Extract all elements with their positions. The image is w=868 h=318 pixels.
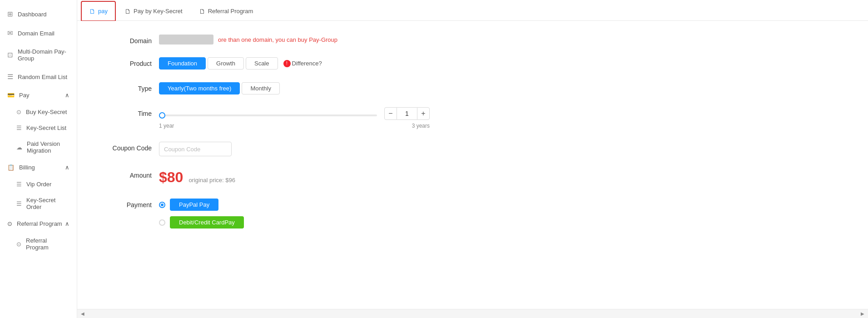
difference-icon: !: [283, 60, 291, 67]
time-row: Time − 1 +: [104, 107, 841, 129]
coupon-input[interactable]: [159, 142, 232, 156]
tab-key-label: Pay by Key-Secret: [134, 8, 183, 15]
coupon-label: Coupon Code: [104, 142, 159, 152]
scroll-right-arrow[interactable]: ▶: [859, 311, 866, 316]
product-row: Product Foundation Growth Scale ! Differ…: [104, 57, 841, 70]
difference-label: Difference?: [292, 60, 322, 67]
sidebar-item-random-email[interactable]: ☰ Random Email List: [0, 67, 77, 86]
sidebar-pay-label: Pay: [19, 92, 29, 99]
type-yearly-button[interactable]: Yearly(Two months free): [159, 82, 240, 94]
slider-track: [159, 114, 377, 116]
slider-controls: − 1 +: [159, 107, 430, 120]
payment-options: PayPal Pay Debit/Credit CardPay: [159, 199, 244, 229]
ref-icon: ⊙: [16, 241, 21, 248]
dashboard-icon: ⊞: [7, 10, 13, 18]
pay-icon: 💳: [7, 92, 15, 99]
product-group: Foundation Growth Scale ! Difference?: [159, 57, 322, 70]
sidebar-item-vip-order[interactable]: ☰ Vip Order: [0, 176, 77, 192]
grid-icon: ⊡: [7, 51, 13, 59]
scroll-bar-area: ◀ ▶: [77, 309, 868, 318]
payment-label: Payment: [104, 199, 159, 209]
type-monthly-button[interactable]: Monthly: [242, 82, 280, 94]
slider-section: − 1 + 1 year 3 years: [159, 107, 430, 129]
domain-bar: ore than one domain, you can buy Pay-Gro…: [159, 35, 337, 45]
main-area: 🗋 pay 🗋 Pay by Key-Secret 🗋 Referral Pro…: [77, 0, 868, 318]
tab-pay-label: pay: [98, 8, 108, 15]
sidebar-item-paid-version-migration[interactable]: ☁ Paid Version Migration: [0, 136, 77, 159]
type-label: Type: [104, 82, 159, 92]
key-icon: ⊙: [16, 109, 21, 115]
slider-thumb[interactable]: [159, 112, 165, 119]
sidebar: ⊞ Dashboard ✉ Domain Email ⊡ Multi-Domai…: [0, 0, 77, 318]
tab-pay-icon: 🗋: [89, 8, 95, 15]
domain-label: Domain: [104, 35, 159, 45]
amount-original: original price: $96: [188, 177, 235, 184]
domain-link-text[interactable]: ore than one domain, you can buy Pay-Gro…: [218, 36, 337, 43]
sidebar-item-label: Domain Email: [18, 30, 55, 37]
payment-option-debit: Debit/Credit CardPay: [159, 216, 244, 229]
product-foundation-button[interactable]: Foundation: [159, 57, 206, 70]
paypal-pay-button[interactable]: PayPal Pay: [170, 199, 218, 211]
sidebar-referral-label: Referral Program: [17, 220, 62, 227]
order-icon: ☰: [16, 200, 22, 207]
debit-card-pay-button[interactable]: Debit/Credit CardPay: [170, 216, 244, 229]
sidebar-item-key-secret-order[interactable]: ☰ Key-Secret Order: [0, 192, 77, 215]
payment-row: Payment PayPal Pay Debit/Credit CardPay: [104, 199, 841, 229]
amount-label: Amount: [104, 169, 159, 179]
sidebar-item-key-secret-list[interactable]: ☰ Key-Secret List: [0, 120, 77, 136]
counter-decrement-button[interactable]: −: [384, 107, 397, 120]
tab-pay[interactable]: 🗋 pay: [81, 1, 116, 21]
sidebar-item-label: Random Email List: [18, 74, 67, 80]
payment-option-paypal: PayPal Pay: [159, 199, 244, 211]
difference-link[interactable]: ! Difference?: [283, 60, 322, 67]
tab-pay-by-key-secret[interactable]: 🗋 Pay by Key-Secret: [117, 1, 190, 21]
domain-row: Domain ore than one domain, you can buy …: [104, 35, 841, 45]
product-scale-button[interactable]: Scale: [246, 57, 278, 70]
tab-referral-program[interactable]: 🗋 Referral Program: [191, 1, 261, 21]
amount-price: $80: [159, 169, 183, 186]
domain-placeholder-bar: [159, 35, 213, 45]
sidebar-item-buy-key-secret[interactable]: ⊙ Buy Key-Secret: [0, 104, 77, 120]
content-inner: Domain ore than one domain, you can buy …: [77, 21, 868, 255]
tab-key-icon: 🗋: [124, 8, 131, 15]
chevron-up-icon: ∧: [65, 92, 69, 99]
sidebar-billing-group[interactable]: 📋 Billing ∧: [0, 159, 77, 176]
product-label: Product: [104, 57, 159, 67]
email-icon: ✉: [7, 29, 13, 37]
scroll-left-arrow[interactable]: ◀: [79, 311, 86, 316]
chevron-up-icon3: ∧: [65, 220, 69, 227]
sidebar-sub-label: Key-Secret Order: [26, 197, 69, 210]
sidebar-billing-label: Billing: [19, 164, 35, 171]
slider-labels: 1 year 3 years: [159, 123, 430, 129]
type-row: Type Yearly(Two months free) Monthly: [104, 82, 841, 94]
sidebar-sub-label: Vip Order: [26, 181, 51, 188]
sidebar-item-referral-program[interactable]: ⊙ Referral Program: [0, 233, 77, 255]
tabs-bar: 🗋 pay 🗋 Pay by Key-Secret 🗋 Referral Pro…: [77, 0, 868, 21]
sidebar-sub-label: Paid Version Migration: [27, 140, 69, 154]
chevron-up-icon2: ∧: [65, 164, 69, 171]
sidebar-sub-label: Buy Key-Secret: [26, 109, 67, 115]
amount-values: $80 original price: $96: [159, 169, 235, 186]
debit-radio[interactable]: [159, 219, 165, 226]
tab-ref-label: Referral Program: [208, 8, 253, 15]
sidebar-item-domain-email[interactable]: ✉ Domain Email: [0, 24, 77, 43]
sidebar-pay-group[interactable]: 💳 Pay ∧: [0, 86, 77, 104]
sidebar-item-label: Multi-Domain Pay-Group: [18, 48, 69, 62]
cloud-icon: ☁: [16, 144, 22, 151]
billing-icon: 📋: [7, 164, 15, 171]
time-label: Time: [104, 107, 159, 117]
referral-icon: ⊙: [7, 220, 12, 227]
tab-ref-icon: 🗋: [199, 8, 205, 15]
slider-max-label: 3 years: [412, 123, 430, 129]
coupon-row: Coupon Code: [104, 142, 841, 156]
paypal-radio[interactable]: [159, 202, 165, 208]
type-group: Yearly(Two months free) Monthly: [159, 82, 280, 94]
product-growth-button[interactable]: Growth: [208, 57, 244, 70]
counter-increment-button[interactable]: +: [417, 107, 430, 120]
sidebar-item-multi-domain[interactable]: ⊡ Multi-Domain Pay-Group: [0, 43, 77, 67]
slider-track-wrap[interactable]: [159, 111, 377, 116]
sidebar-item-dashboard[interactable]: ⊞ Dashboard: [0, 5, 77, 24]
content-area: Domain ore than one domain, you can buy …: [77, 21, 868, 309]
sidebar-referral-group[interactable]: ⊙ Referral Program ∧: [0, 215, 77, 233]
sidebar-item-label: Dashboard: [18, 11, 47, 18]
